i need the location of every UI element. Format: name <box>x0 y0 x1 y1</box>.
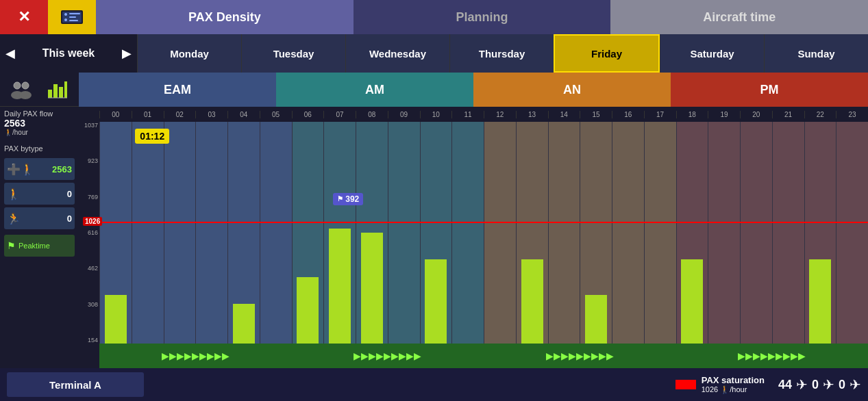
hour-08: 08 <box>356 111 388 118</box>
bar-hour-13 <box>521 259 543 344</box>
saturation-value-label: 1026 <box>83 217 102 226</box>
hour-column-11 <box>451 122 484 344</box>
hour-column-8 <box>356 122 388 344</box>
hour-20: 20 <box>740 111 772 118</box>
hour-13: 13 <box>516 111 548 118</box>
hour-09: 09 <box>388 111 420 118</box>
day-tab-thursday[interactable]: Thursday <box>449 34 554 73</box>
next-week-button[interactable]: ▶ <box>116 46 137 61</box>
bar-hour-7 <box>329 229 351 344</box>
hour-column-20 <box>740 122 772 344</box>
close-button[interactable]: ✕ <box>0 0 48 34</box>
hour-column-15 <box>580 122 612 344</box>
main-content: Daily PAX flow 2563 🚶/hour PAX bytype ➕🚶… <box>0 73 868 368</box>
svg-rect-13 <box>59 87 63 98</box>
time-tooltip: 01:12 <box>135 129 169 144</box>
svg-point-2 <box>64 13 67 16</box>
hour-column-1 <box>132 122 164 344</box>
sidebar-icons-row <box>0 73 79 107</box>
day-tab-friday[interactable]: Friday <box>554 34 660 73</box>
prev-week-button[interactable]: ◀ <box>0 46 21 61</box>
svg-rect-11 <box>48 90 52 98</box>
hour-11: 11 <box>451 111 484 118</box>
people-icon <box>10 79 32 101</box>
pax-walk-icon: 🚶 <box>7 187 21 200</box>
svg-rect-5 <box>69 16 76 18</box>
bar-hour-15 <box>585 295 607 344</box>
day-tab-wednesday[interactable]: Wednesday <box>345 34 449 73</box>
y-label-top: 1037 <box>84 122 98 129</box>
hour-column-14 <box>548 122 580 344</box>
day-tab-saturday[interactable]: Saturday <box>660 34 764 73</box>
hour-12: 12 <box>484 111 516 118</box>
sat-text: PAX saturation 1026 🚶/hour <box>702 375 765 394</box>
hour-column-23 <box>836 122 868 344</box>
day-tab-tuesday[interactable]: Tuesday <box>241 34 345 73</box>
stat-count-2: 0 <box>812 378 819 392</box>
plane-icon-2: ✈ <box>823 376 834 393</box>
svg-point-10 <box>19 91 32 99</box>
svg-rect-4 <box>69 13 80 14</box>
chart-body: 1037 923 769 616 462 308 154 01:12 392 1… <box>79 122 868 344</box>
footer: Terminal A PAX saturation 1026 🚶/hour 44… <box>0 368 868 401</box>
hour-15: 15 <box>580 111 612 118</box>
peak-row: ⚑ Peaktime <box>4 235 75 257</box>
pax-add-count: 2563 <box>52 164 72 174</box>
y-label-462: 462 <box>88 265 98 272</box>
hour-10: 10 <box>420 111 452 118</box>
stat-count-1: 44 <box>778 378 792 392</box>
hour-column-12 <box>484 122 516 344</box>
terminal-label: Terminal A <box>7 372 144 397</box>
footer-stats: 44 ✈ 0 ✈ 0 ✈ <box>778 376 861 393</box>
svg-rect-12 <box>53 84 58 98</box>
chart-icon <box>47 79 69 101</box>
sidebar-daily-pax: Daily PAX flow 2563 🚶/hour <box>0 107 79 139</box>
plane-icon-1: ✈ <box>796 376 808 393</box>
y-axis: 1037 923 769 616 462 308 154 <box>79 122 99 344</box>
pax-bubble: 392 <box>333 193 363 205</box>
hour-labels: 00 01 02 03 04 05 06 07 08 09 10 11 12 1… <box>79 107 868 122</box>
sat-title: PAX saturation <box>702 375 765 385</box>
hour-06: 06 <box>292 111 324 118</box>
hour-column-19 <box>708 122 740 344</box>
tab-planning[interactable]: Planning <box>354 0 611 34</box>
bar-hour-8 <box>361 233 383 344</box>
week-nav: ◀ This week ▶ <box>0 34 137 73</box>
hour-17: 17 <box>644 111 676 118</box>
pax-walk-count: 0 <box>67 189 72 199</box>
top-bar: ✕ PAX Density Planning Aircraft time <box>0 0 868 34</box>
peak-row-chart: ▶▶▶▶▶▶▶▶▶ ▶▶▶▶▶▶▶▶▶ ▶▶▶▶▶▶▶▶▶ ▶▶▶▶▶▶▶▶▶ <box>79 344 868 368</box>
hour-02: 02 <box>164 111 196 118</box>
hour-05: 05 <box>260 111 292 118</box>
hour-column-18 <box>676 122 708 344</box>
hour-column-3 <box>195 122 227 344</box>
stat-count-3: 0 <box>839 378 845 392</box>
hour-column-21 <box>772 122 804 344</box>
y-label-769: 769 <box>88 194 98 200</box>
pax-saturation: PAX saturation 1026 🚶/hour <box>675 375 765 394</box>
tab-aircraft-time[interactable]: Aircraft time <box>610 0 868 34</box>
bar-hour-6 <box>297 277 319 344</box>
svg-point-7 <box>14 82 21 89</box>
hour-03: 03 <box>195 111 227 118</box>
bars-grid[interactable]: 01:12 392 <box>99 122 868 344</box>
hour-column-0 <box>99 122 132 344</box>
peak-spacer <box>79 344 99 368</box>
hour-column-13 <box>516 122 548 344</box>
sat-line-icon <box>675 380 696 389</box>
hour-column-5 <box>260 122 292 344</box>
day-tab-monday[interactable]: Monday <box>137 34 241 73</box>
hour-18: 18 <box>676 111 708 118</box>
day-tab-sunday[interactable]: Sunday <box>764 34 868 73</box>
pax-run-count: 0 <box>67 214 72 224</box>
app-icon <box>48 0 96 34</box>
hour-column-17 <box>644 122 676 344</box>
day-nav-bar: ◀ This week ▶ Monday Tuesday Wednesday T… <box>0 34 868 73</box>
tab-pax-density[interactable]: PAX Density <box>96 0 354 34</box>
plane-icon-3: ✈ <box>850 376 861 393</box>
period-pm: PM <box>671 73 868 107</box>
peak-cell-eam: ▶▶▶▶▶▶▶▶▶ <box>99 344 292 368</box>
hour-column-22 <box>804 122 836 344</box>
hour-column-6 <box>292 122 324 344</box>
hour-19: 19 <box>708 111 740 118</box>
